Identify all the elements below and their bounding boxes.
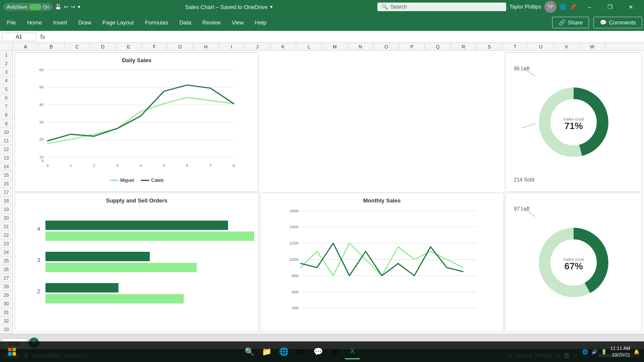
titlebar-left: AutoSave On 💾 ↩ ↪ ▾: [3, 3, 80, 11]
row-6: 6: [0, 94, 12, 102]
svg-text:800: 800: [292, 273, 299, 278]
svg-text:1000: 1000: [289, 257, 298, 262]
donut-top-chart: 86 Left Sales Goal 71%: [505, 52, 642, 192]
row-4: 4: [0, 76, 12, 85]
col-header-d: D: [90, 43, 116, 50]
row-22: 22: [0, 231, 12, 239]
menu-view[interactable]: View: [227, 17, 249, 28]
taskbar-explorer-button[interactable]: 📁: [259, 344, 274, 359]
col-header-u: U: [528, 43, 554, 50]
svg-rect-30: [46, 232, 254, 241]
row-10: 10: [0, 128, 12, 136]
row-5: 5: [0, 85, 12, 94]
close-button[interactable]: ✕: [621, 0, 641, 14]
title-bar: AutoSave On 💾 ↩ ↪ ▾ Sales Chart – Saved …: [0, 0, 644, 14]
legend-miguel-label: Miguel: [120, 178, 134, 183]
col-header-m: M: [322, 43, 348, 50]
svg-text:3: 3: [116, 163, 118, 168]
menu-bar: File Home Insert Draw Page Layout Formul…: [0, 14, 644, 31]
taskbar-store-button[interactable]: 🛍: [293, 344, 309, 359]
supply-sell-svg: 4 3 2: [19, 206, 254, 323]
legend-miguel: Miguel: [110, 178, 134, 183]
svg-text:5: 5: [163, 163, 165, 168]
network-icon: 🌐: [582, 349, 588, 355]
monthly-sales-chart: Monthly Sales 1600 1400 1200: [260, 193, 504, 332]
col-header-c: C: [64, 43, 90, 50]
minimize-button[interactable]: –: [580, 0, 599, 14]
svg-text:1400: 1400: [289, 224, 298, 229]
taskbar-messaging-button[interactable]: 💬: [310, 344, 326, 359]
row-29: 29: [0, 291, 12, 299]
menu-home[interactable]: Home: [22, 17, 47, 28]
speaker-icon: 🔊: [592, 349, 598, 355]
row-23: 23: [0, 239, 12, 248]
user-avatar: TP: [544, 1, 556, 13]
menu-help[interactable]: Help: [250, 17, 272, 28]
taskbar-mail-button[interactable]: ✉: [328, 344, 343, 359]
undo-icon[interactable]: ↩: [64, 4, 68, 10]
col-header-w: W: [580, 43, 605, 50]
svg-text:20: 20: [39, 137, 44, 142]
svg-text:3: 3: [37, 257, 40, 263]
col-header-j: J: [245, 43, 270, 50]
svg-rect-33: [46, 263, 197, 272]
autosave-toggle[interactable]: [29, 4, 41, 10]
svg-line-27: [522, 124, 535, 128]
menu-formulas[interactable]: Formulas: [140, 17, 173, 28]
col-header-s: S: [477, 43, 502, 50]
restore-button[interactable]: ❐: [600, 0, 620, 14]
row-9: 9: [0, 119, 12, 128]
svg-text:4: 4: [37, 226, 40, 232]
col-header-n: N: [348, 43, 374, 50]
donut-bottom-left-label: 97 Left: [514, 206, 530, 212]
spreadsheet: A B C D E F G H I J K L M N O P Q R S T …: [0, 43, 644, 334]
search-bar[interactable]: 🔍 Search: [377, 3, 506, 11]
taskbar-excel-button[interactable]: X: [345, 344, 360, 359]
taskbar-search-button[interactable]: 🔍: [242, 344, 257, 359]
col-header-e: E: [116, 43, 142, 50]
formula-input[interactable]: [49, 34, 642, 40]
donut-top-left-label: 86 Left: [514, 66, 530, 72]
row-14: 14: [0, 162, 12, 171]
menu-draw[interactable]: Draw: [73, 17, 96, 28]
row-16: 16: [0, 179, 12, 188]
save-icon[interactable]: 💾: [55, 4, 61, 10]
start-button[interactable]: [4, 344, 20, 359]
redo-icon[interactable]: ↪: [71, 4, 75, 10]
taskbar: 🔍 📁 🌐 🛍 💬 ✉ X 🌐 🔊 🔋 11:11 AM 10/20/21 🔔: [0, 341, 644, 362]
comments-button[interactable]: 💬Comments: [593, 17, 642, 28]
menu-insert[interactable]: Insert: [48, 17, 73, 28]
daily-sales-chart: Daily Sales 60 50 40 30 2: [15, 52, 259, 192]
svg-text:400: 400: [292, 305, 299, 310]
doc-title-arrow: ▾: [270, 4, 273, 10]
corner-cell: [0, 43, 13, 50]
donut-top-bottom-label: 214 Sold: [514, 177, 534, 183]
windows-logo-icon: [8, 348, 16, 356]
row-18: 18: [0, 196, 12, 205]
svg-text:40: 40: [39, 103, 44, 107]
legend-caleb: Caleb: [141, 178, 164, 183]
svg-text:60: 60: [39, 68, 44, 72]
svg-rect-57: [12, 348, 16, 351]
grid-main[interactable]: Daily Sales 60 50 40 30 2: [13, 51, 644, 334]
search-placeholder: Search: [391, 4, 407, 10]
cell-reference[interactable]: [2, 33, 36, 41]
svg-text:50: 50: [39, 85, 44, 89]
titlebar-center: Sales Chart – Saved to OneDrive ▾: [185, 4, 273, 10]
ribbon-icon[interactable]: 📌: [570, 4, 576, 10]
col-header-a: A: [13, 43, 39, 50]
menu-data[interactable]: Data: [174, 17, 196, 28]
menu-file[interactable]: File: [2, 17, 21, 28]
row-1: 1: [0, 51, 12, 59]
monthly-sales-svg: 1600 1400 1200 1000 800 600 400: [264, 206, 499, 323]
row-15: 15: [0, 171, 12, 179]
svg-text:1200: 1200: [289, 241, 298, 245]
taskbar-browser-button[interactable]: 🌐: [276, 344, 292, 359]
more-icon[interactable]: ▾: [78, 4, 80, 10]
menu-page-layout[interactable]: Page Layout: [97, 17, 139, 28]
autosave-badge: AutoSave On: [3, 3, 52, 11]
legend-caleb-label: Caleb: [151, 178, 164, 183]
notification-icon[interactable]: 🔔: [634, 349, 640, 355]
share-button[interactable]: 🔗Share: [552, 17, 589, 28]
menu-review[interactable]: Review: [197, 17, 226, 28]
